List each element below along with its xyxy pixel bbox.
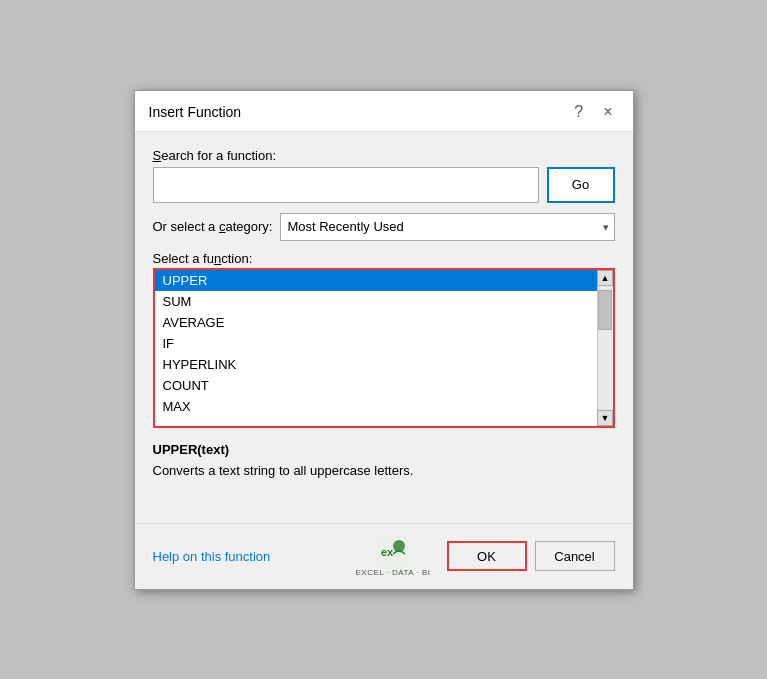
- scroll-track: [598, 286, 613, 410]
- function-list-label: Select a function:: [153, 251, 615, 266]
- function-list-section: Select a function: UPPER SUM AVERAGE IF …: [153, 251, 615, 428]
- insert-function-dialog: Insert Function ? × Search for a functio…: [134, 90, 634, 590]
- list-item[interactable]: SUM: [155, 291, 597, 312]
- list-item[interactable]: IF: [155, 333, 597, 354]
- category-section: Or select a category: Most Recently Used…: [153, 213, 615, 241]
- exceldemy-tagline: EXCEL · DATA · BI: [355, 568, 430, 577]
- list-item[interactable]: UPPER: [155, 270, 597, 291]
- category-select-wrapper: Most Recently Used All Financial Date & …: [280, 213, 614, 241]
- function-signature: UPPER(text): [153, 442, 615, 457]
- close-title-button[interactable]: ×: [597, 101, 618, 123]
- footer-right: ex EXCEL · DATA · BI OK Cancel: [355, 536, 614, 577]
- cancel-button[interactable]: Cancel: [535, 541, 615, 571]
- search-row: Go: [153, 167, 615, 203]
- help-title-button[interactable]: ?: [568, 101, 589, 123]
- dialog-body: Search for a function: Go Or select a ca…: [135, 132, 633, 523]
- list-item[interactable]: HYPERLINK: [155, 354, 597, 375]
- svg-text:ex: ex: [381, 546, 394, 558]
- function-description: Converts a text string to all uppercase …: [153, 461, 615, 481]
- svg-point-2: [393, 540, 405, 552]
- search-section: Search for a function: Go: [153, 148, 615, 203]
- scroll-thumb[interactable]: [598, 290, 612, 330]
- exceldemy-logo: ex EXCEL · DATA · BI: [355, 536, 430, 577]
- footer-buttons: OK Cancel: [447, 541, 615, 571]
- search-label-underline: Search for a function:: [153, 148, 277, 163]
- search-input[interactable]: [153, 167, 539, 203]
- category-label: Or select a category:: [153, 219, 273, 234]
- scroll-down-arrow[interactable]: ▼: [597, 410, 613, 426]
- title-bar-controls: ? ×: [568, 101, 618, 123]
- title-bar: Insert Function ? ×: [135, 91, 633, 132]
- list-item[interactable]: MAX: [155, 396, 597, 417]
- scroll-up-arrow[interactable]: ▲: [597, 270, 613, 286]
- go-button[interactable]: Go: [547, 167, 615, 203]
- dialog-footer: Help on this function ex EXCEL · DATA · …: [135, 523, 633, 589]
- dialog-title: Insert Function: [149, 104, 242, 120]
- exceldemy-icon: ex: [377, 536, 409, 568]
- help-link[interactable]: Help on this function: [153, 549, 271, 564]
- function-description-section: UPPER(text) Converts a text string to al…: [153, 438, 615, 481]
- search-label: Search for a function:: [153, 148, 615, 163]
- list-item[interactable]: COUNT: [155, 375, 597, 396]
- category-select[interactable]: Most Recently Used All Financial Date & …: [280, 213, 614, 241]
- function-listbox[interactable]: UPPER SUM AVERAGE IF HYPERLINK COUNT MAX: [155, 270, 597, 426]
- scrollbar: ▲ ▼: [597, 270, 613, 426]
- list-item[interactable]: AVERAGE: [155, 312, 597, 333]
- function-listbox-wrapper: UPPER SUM AVERAGE IF HYPERLINK COUNT MAX…: [153, 268, 615, 428]
- ok-button[interactable]: OK: [447, 541, 527, 571]
